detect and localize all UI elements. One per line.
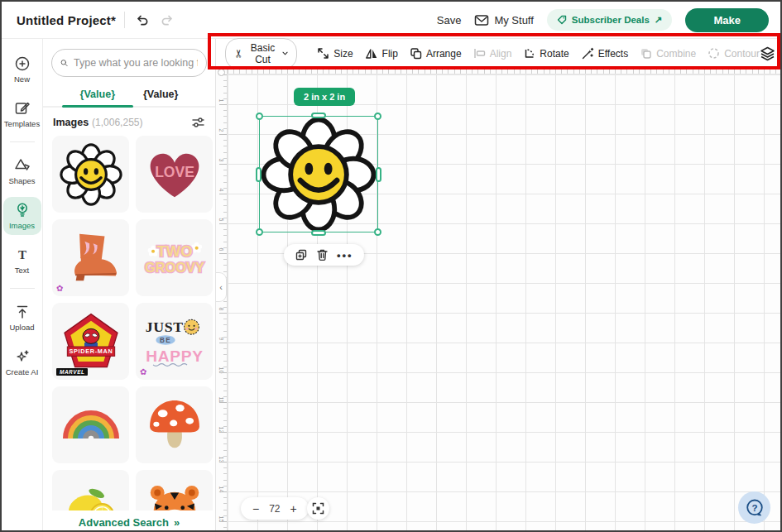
- resize-handle-top-left[interactable]: [256, 113, 263, 120]
- arrange-button[interactable]: Arrange: [410, 47, 462, 60]
- resize-handle-top[interactable]: [311, 113, 326, 118]
- selection-context-toolbar: •••: [284, 244, 364, 266]
- image-tile-rainbow[interactable]: [52, 386, 129, 463]
- svg-text:SPIDER-MAN: SPIDER-MAN: [69, 347, 113, 355]
- svg-text:TWO: TWO: [156, 242, 192, 259]
- search-input[interactable]: [74, 57, 198, 69]
- access-flower-badge-icon: ✿: [140, 368, 146, 376]
- image-tile-mushroom[interactable]: [136, 386, 213, 463]
- align-button: Align: [473, 47, 512, 60]
- align-icon: [473, 47, 486, 60]
- question-bubble-icon: ?: [745, 498, 765, 518]
- access-flower-badge-icon: ✿: [56, 285, 63, 293]
- image-tile-two-groovy[interactable]: TWO GROOVY: [136, 219, 213, 296]
- resize-handle-left[interactable]: [256, 167, 261, 182]
- flip-button[interactable]: Flip: [365, 47, 398, 60]
- two-groovy-image: TWO GROOVY: [141, 224, 209, 292]
- tab-value-1[interactable]: {Value}: [77, 84, 118, 106]
- image-tile-spider-man[interactable]: SPIDER-MAN MARVEL: [52, 303, 129, 380]
- more-options-button[interactable]: •••: [337, 249, 353, 261]
- resize-handle-bottom-left[interactable]: [256, 228, 263, 236]
- my-stuff-button[interactable]: My Stuff: [474, 14, 533, 26]
- contour-icon: [708, 47, 720, 60]
- mushroom-image: [142, 393, 207, 458]
- size-button[interactable]: Size: [317, 47, 353, 60]
- fit-to-screen-button[interactable]: [307, 497, 329, 520]
- sidebar-item-shapes[interactable]: Shapes: [3, 152, 41, 190]
- horizontal-ruler: [228, 68, 782, 74]
- marvel-logo: MARVEL: [56, 368, 88, 376]
- layers-icon: [760, 46, 775, 61]
- sidebar-item-text[interactable]: T Text: [3, 242, 41, 280]
- divider: [10, 141, 35, 142]
- svg-text:?: ?: [751, 502, 757, 512]
- images-panel: {Value} {Value} Images (1,006,255) LOVE: [43, 39, 216, 532]
- svg-text:HAPPY: HAPPY: [146, 347, 203, 364]
- collapse-panel-button[interactable]: ‹: [216, 272, 227, 302]
- upload-icon: [14, 304, 31, 320]
- search-bar[interactable]: [51, 49, 207, 77]
- undo-button[interactable]: [133, 12, 151, 28]
- sidebar-item-upload[interactable]: Upload: [3, 299, 41, 337]
- selection-bounding-box[interactable]: [259, 116, 378, 232]
- rotate-button[interactable]: Rotate: [523, 47, 569, 60]
- plus-circle-icon: [14, 55, 31, 72]
- search-icon: [60, 56, 68, 69]
- divider: [10, 288, 35, 289]
- left-sidebar: New Templates Shapes Images T Text Uploa…: [2, 39, 43, 532]
- make-button[interactable]: Make: [685, 8, 769, 32]
- undo-icon: [135, 14, 149, 26]
- top-bar: Untitled Project* Save My Stuff Subscrib…: [2, 2, 780, 39]
- shapes-icon: [14, 157, 31, 174]
- svg-text:LOVE: LOVE: [155, 163, 194, 180]
- redo-icon: [161, 14, 175, 26]
- text-icon: T: [14, 247, 31, 263]
- image-tile-cowboy-boot[interactable]: ✿: [52, 219, 129, 296]
- layers-button[interactable]: [760, 46, 775, 61]
- sidebar-item-create-ai[interactable]: Create AI: [3, 343, 41, 381]
- edit-toolbar: ✂ Basic Cut Size Flip Arrange Align Rota…: [217, 39, 782, 68]
- redo-button[interactable]: [159, 12, 176, 28]
- magic-wand-icon: [581, 47, 594, 60]
- arrange-icon: [410, 47, 422, 60]
- tab-value-2[interactable]: {Value}: [140, 84, 181, 106]
- zoom-controls: − 72 +: [241, 497, 309, 520]
- sparkles-icon: [14, 348, 31, 365]
- image-tile-love-heart[interactable]: LOVE: [136, 136, 213, 213]
- resize-handle-right[interactable]: [376, 167, 381, 182]
- sidebar-item-templates[interactable]: Templates: [3, 95, 41, 133]
- design-canvas[interactable]: 0123456789101112131415 ‹ 2 in x 2 in •••: [216, 68, 782, 532]
- svg-text:JUST: JUST: [145, 318, 183, 334]
- zoom-out-button[interactable]: −: [252, 503, 259, 515]
- svg-text:T: T: [17, 248, 26, 261]
- resize-handle-bottom-right[interactable]: [374, 228, 381, 236]
- advanced-search-link[interactable]: Advanced Search: [79, 516, 169, 529]
- external-arrow-icon: ↗: [655, 14, 663, 26]
- help-button[interactable]: ?: [738, 491, 770, 524]
- image-tile-just-be-happy[interactable]: JUST BE HAPPY ✿: [136, 303, 213, 380]
- effects-button[interactable]: Effects: [581, 47, 628, 60]
- duplicate-button[interactable]: [295, 248, 308, 261]
- flip-icon: [365, 47, 378, 60]
- save-button[interactable]: Save: [437, 14, 462, 26]
- delete-button[interactable]: [316, 248, 329, 261]
- subscriber-deals-button[interactable]: Subscriber Deals ↗: [547, 9, 673, 31]
- sidebar-item-new[interactable]: New: [3, 50, 41, 89]
- linetype-dropdown[interactable]: ✂ Basic Cut: [225, 38, 297, 69]
- zoom-in-button[interactable]: +: [290, 503, 297, 515]
- sidebar-item-images[interactable]: Images: [3, 197, 41, 235]
- results-header: Images (1,006,255): [53, 116, 205, 129]
- resize-handle-top-right[interactable]: [374, 113, 381, 120]
- resize-handle-bottom[interactable]: [311, 230, 326, 236]
- combine-icon: [640, 47, 652, 60]
- envelope-icon: [474, 14, 489, 26]
- daisy-smiley-artwork[interactable]: [261, 117, 377, 232]
- filter-button[interactable]: [191, 116, 205, 129]
- templates-icon: [14, 100, 31, 117]
- image-results-grid: LOVE ✿: [43, 136, 215, 525]
- image-tile-daisy-smiley[interactable]: [52, 136, 129, 213]
- panel-footer: Advanced Search »: [43, 510, 215, 532]
- filter-sliders-icon: [191, 116, 205, 129]
- cricut-design-space-window: Untitled Project* Save My Stuff Subscrib…: [0, 0, 782, 532]
- just-be-happy-image: JUST BE HAPPY: [141, 308, 209, 376]
